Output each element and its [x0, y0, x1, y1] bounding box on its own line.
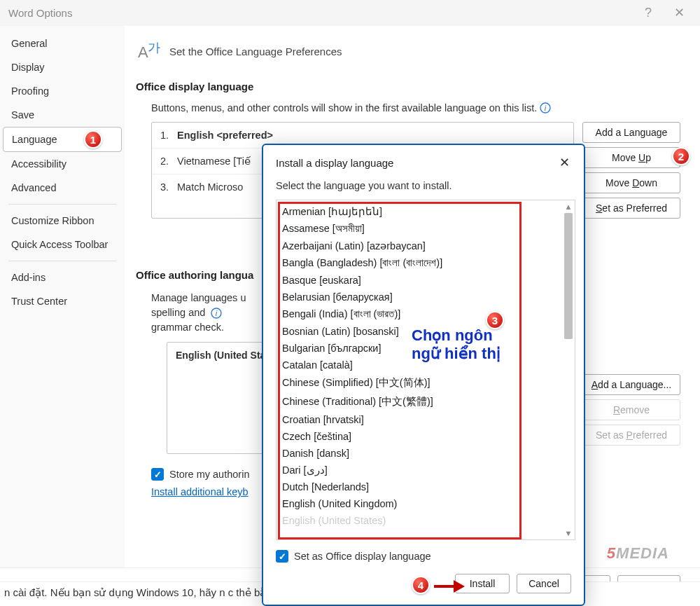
dialog-lang-item[interactable]: Chinese (Traditional) [中文(繁體)]	[281, 392, 570, 411]
watermark: 5MEDIA	[607, 544, 669, 563]
dialog-header: Install a display language ✕	[263, 145, 584, 176]
dialog-cancel-button[interactable]: Cancel	[517, 574, 571, 593]
sidebar-item-general[interactable]: General	[3, 32, 122, 55]
svg-text:i: i	[216, 309, 218, 317]
set-preferred-button[interactable]: Set as Preferred	[582, 198, 680, 219]
window-title: Word Options	[6, 7, 633, 19]
scroll-down-icon[interactable]: ▼	[564, 528, 573, 538]
dialog-lang-item[interactable]: Danish [dansk]	[281, 445, 570, 462]
sidebar-item-addins[interactable]: Add-ins	[3, 266, 122, 289]
dialog-lang-item[interactable]: Azerbaijani (Latin) [azərbaycan]	[281, 237, 570, 254]
section-display-desc: Buttons, menus, and other controls will …	[151, 102, 680, 113]
sidebar-item-quick-access[interactable]: Quick Access Toolbar	[3, 233, 122, 256]
dialog-title: Install a display language	[276, 157, 555, 169]
authoring-lang-buttons: Add a Language... Remove Set as Preferre…	[582, 342, 680, 454]
sidebar-item-proofing[interactable]: Proofing	[3, 79, 122, 103]
checkbox-label: Store my authorin	[169, 469, 249, 480]
scrollbar[interactable]: ▲ ▼	[564, 202, 573, 538]
scroll-up-icon[interactable]: ▲	[564, 202, 573, 212]
dialog-lang-item[interactable]: Assamese [অসমীয়া]	[281, 220, 570, 237]
sidebar-item-trust-center[interactable]: Trust Center	[3, 289, 122, 313]
annotation-badge-1: 1	[84, 130, 102, 149]
annotation-badge-3: 3	[486, 311, 504, 329]
dialog-lang-item[interactable]: Basque [euskara]	[281, 272, 570, 289]
dialog-list-wrap: Armenian [հայերեն]Assamese [অসমীয়া]Azer…	[276, 200, 575, 540]
svg-text:가: 가	[148, 41, 160, 55]
dialog-set-display-checkbox-row[interactable]: ✓ Set as Office display language	[263, 543, 584, 567]
info-icon[interactable]: i	[540, 102, 551, 113]
annotation-badge-2: 2	[672, 147, 690, 165]
dialog-lang-item[interactable]: Bosnian (Latin) [bosanski]	[281, 323, 570, 340]
move-up-button[interactable]: Move Up	[582, 147, 680, 168]
checkbox-checked-icon[interactable]: ✓	[276, 550, 288, 563]
install-keyboards-link[interactable]: Install additional keyb	[151, 486, 248, 497]
checkbox-checked-icon[interactable]: ✓	[151, 468, 164, 481]
sidebar: General Display Proofing Save Language A…	[0, 26, 125, 567]
dialog-lang-item[interactable]: Catalan [català]	[281, 357, 570, 373]
add-authoring-language-button[interactable]: Add a Language...	[582, 374, 680, 395]
close-window-button[interactable]: ✕	[664, 0, 694, 25]
annotation-badge-4: 4	[412, 576, 430, 594]
desc-text: Buttons, menus, and other controls will …	[151, 102, 537, 113]
page-title: Set the Office Language Preferences	[169, 46, 342, 57]
dialog-lang-item[interactable]: Chinese (Simplified) [中文(简体)]	[281, 373, 570, 392]
help-button[interactable]: ?	[633, 0, 664, 25]
dialog-lang-item[interactable]: Belarusian [беларуская]	[281, 289, 570, 305]
sidebar-item-customize-ribbon[interactable]: Customize Ribbon	[3, 209, 122, 233]
sidebar-item-language[interactable]: Language	[3, 127, 122, 152]
dialog-lang-item[interactable]: Bangla (Bangladesh) [বাংলা (বাংলাদেশ)]	[281, 254, 570, 272]
sidebar-item-accessibility[interactable]: Accessibility	[3, 152, 122, 176]
display-lang-buttons: Add a Language Move Up Move Down Set as …	[582, 122, 680, 219]
language-icon: A가	[136, 39, 161, 64]
sidebar-separator	[8, 204, 116, 205]
scroll-thumb[interactable]	[564, 213, 573, 339]
add-language-button[interactable]: Add a Language	[582, 122, 680, 143]
dialog-lang-item[interactable]: Croatian [hrvatski]	[281, 411, 570, 428]
sidebar-item-advanced[interactable]: Advanced	[3, 176, 122, 200]
dialog-subtitle: Select the language you want to install.	[263, 176, 584, 197]
titlebar: Word Options ? ✕	[0, 0, 700, 25]
sidebar-item-display[interactable]: Display	[3, 55, 122, 79]
dialog-checkbox-label: Set as Office display language	[294, 551, 431, 562]
svg-text:A: A	[138, 43, 148, 61]
svg-marker-7	[454, 580, 465, 593]
remove-authoring-language-button[interactable]: Remove	[582, 399, 680, 420]
dialog-lang-item[interactable]: English (United States)	[281, 512, 570, 529]
page-heading: A가 Set the Office Language Preferences	[136, 39, 680, 64]
dialog-lang-item[interactable]: Czech [čeština]	[281, 428, 570, 445]
set-authoring-preferred-button[interactable]: Set as Preferred	[582, 425, 680, 446]
dialog-close-button[interactable]: ✕	[555, 153, 574, 172]
dialog-lang-item[interactable]: Dutch [Nederlands]	[281, 478, 570, 495]
dialog-lang-item[interactable]: Bulgarian [български]	[281, 340, 570, 357]
svg-text:i: i	[545, 104, 547, 112]
info-icon[interactable]: i	[211, 308, 222, 319]
install-language-dialog: Install a display language ✕ Select the …	[262, 144, 585, 606]
dialog-lang-item[interactable]: English (United Kingdom)	[281, 495, 570, 512]
dialog-language-list[interactable]: Armenian [հայերեն]Assamese [অসমীয়া]Azer…	[276, 200, 575, 540]
dialog-lang-item[interactable]: Bengali (India) [বাংলা (ভারত)]	[281, 305, 570, 323]
section-display-title: Office display language	[136, 81, 680, 92]
sidebar-item-save[interactable]: Save	[3, 103, 122, 127]
sidebar-separator	[8, 261, 116, 261]
move-down-button[interactable]: Move Down	[582, 172, 680, 193]
dialog-lang-item[interactable]: Armenian [հայերեն]	[281, 203, 570, 220]
dialog-lang-item[interactable]: Dari [درى]	[281, 462, 570, 478]
annotation-arrow-icon	[433, 579, 465, 596]
